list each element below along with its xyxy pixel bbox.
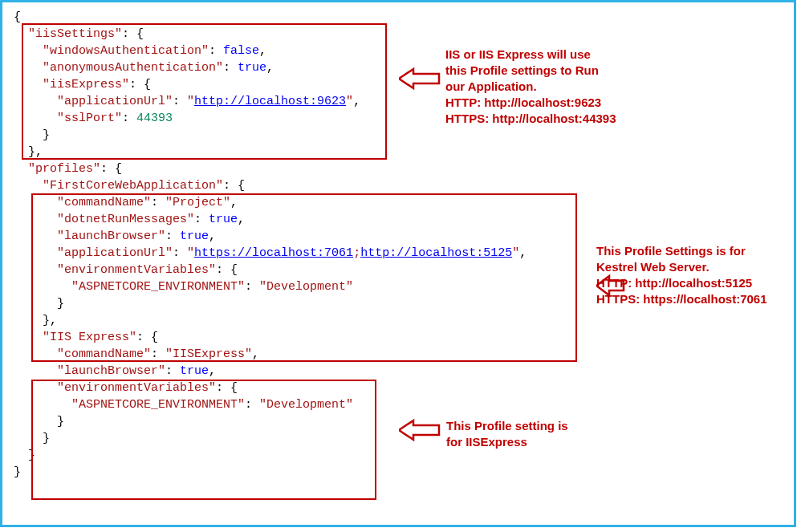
diagram-container: { "iisSettings": { "windowsAuthenticatio… [0,0,796,527]
highlight-box-iissettings [22,23,387,160]
highlight-box-iisexpress-profile [31,380,376,500]
svg-marker-0 [399,69,439,88]
arrow-icon [399,67,441,91]
annotation-iisexpress: This Profile setting is for IISExpress [446,418,623,450]
arrow-icon [399,418,441,442]
annotation-iis: IIS or IIS Express will use this Profile… [445,47,654,127]
annotation-kestrel: This Profile Settings is for Kestrel Web… [596,243,795,307]
svg-marker-2 [399,420,439,440]
highlight-box-kestrel-profile [31,193,577,362]
